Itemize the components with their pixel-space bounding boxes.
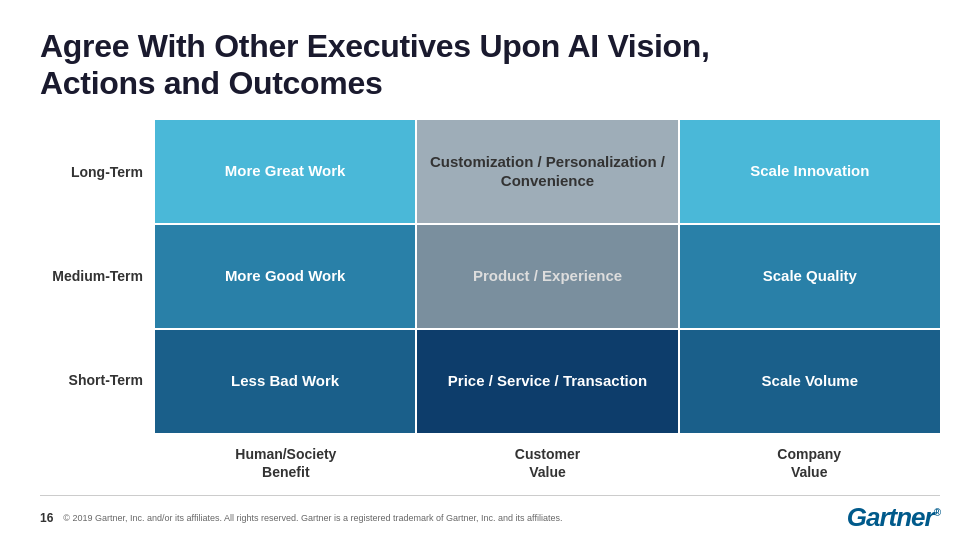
col-label-company: CompanyValue <box>678 441 940 485</box>
grid-main: More Great Work Customization / Personal… <box>155 120 940 433</box>
grid-area: Long-Term Medium-Term Short-Term More Gr… <box>40 120 940 433</box>
gartner-logo: Gartner® <box>847 502 940 533</box>
cell-short-customer: Price / Service / Transaction <box>417 330 679 433</box>
grid-wrapper: Long-Term Medium-Term Short-Term More Gr… <box>40 120 940 485</box>
cell-medium-customer: Product / Experience <box>417 225 679 328</box>
footer: 16 © 2019 Gartner, Inc. and/or its affil… <box>40 495 940 533</box>
footer-left: 16 © 2019 Gartner, Inc. and/or its affil… <box>40 511 562 525</box>
col-labels: Human/SocietyBenefit CustomerValue Compa… <box>40 441 940 485</box>
row-labels: Long-Term Medium-Term Short-Term <box>40 120 155 433</box>
col-label-customer: CustomerValue <box>417 441 679 485</box>
grid-row-short-term: Less Bad Work Price / Service / Transact… <box>155 330 940 433</box>
row-label-short-term: Short-Term <box>40 328 155 432</box>
cell-long-customer: Customization / Personalization / Conven… <box>417 120 679 223</box>
cell-long-human: More Great Work <box>155 120 417 223</box>
page-number: 16 <box>40 511 53 525</box>
col-label-human: Human/SocietyBenefit <box>155 441 417 485</box>
grid-row-medium-term: More Good Work Product / Experience Scal… <box>155 225 940 330</box>
grid-rows: More Great Work Customization / Personal… <box>155 120 940 433</box>
slide-container: Agree With Other Executives Upon AI Visi… <box>0 0 980 551</box>
col-label-spacer <box>40 441 155 485</box>
footer-copyright: © 2019 Gartner, Inc. and/or its affiliat… <box>63 513 562 523</box>
row-label-long-term: Long-Term <box>40 120 155 224</box>
cell-short-human: Less Bad Work <box>155 330 417 433</box>
cell-short-company: Scale Volume <box>680 330 940 433</box>
grid-row-long-term: More Great Work Customization / Personal… <box>155 120 940 225</box>
row-label-medium-term: Medium-Term <box>40 224 155 328</box>
cell-medium-company: Scale Quality <box>680 225 940 328</box>
cell-medium-human: More Good Work <box>155 225 417 328</box>
cell-long-company: Scale Innovation <box>680 120 940 223</box>
slide-title: Agree With Other Executives Upon AI Visi… <box>40 28 940 102</box>
col-labels-inner: Human/SocietyBenefit CustomerValue Compa… <box>155 441 940 485</box>
